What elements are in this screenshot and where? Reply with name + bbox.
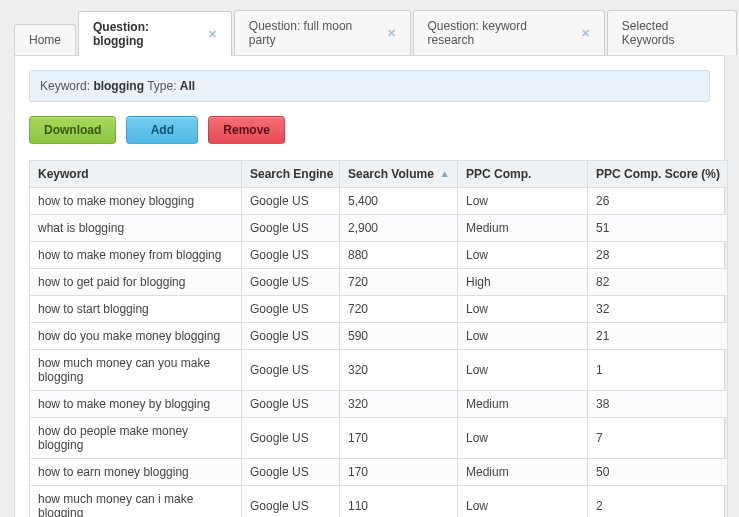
content-panel: Keyword: blogging Type: All Download Add… bbox=[14, 55, 725, 517]
cell-volume: 720 bbox=[340, 296, 458, 323]
table-row[interactable]: how do you make money bloggingGoogle US5… bbox=[30, 323, 728, 350]
cell-engine: Google US bbox=[242, 215, 340, 242]
cell-keyword: how to start blogging bbox=[30, 296, 242, 323]
col-score[interactable]: PPC Comp. Score (%) bbox=[588, 161, 728, 188]
cell-volume: 110 bbox=[340, 486, 458, 518]
cell-engine: Google US bbox=[242, 296, 340, 323]
tab-1[interactable]: Question: blogging✕ bbox=[78, 11, 232, 56]
tab-label: Question: full moon party bbox=[249, 19, 379, 47]
cell-keyword: how to get paid for blogging bbox=[30, 269, 242, 296]
tab-4[interactable]: Selected Keywords bbox=[607, 10, 737, 55]
tab-label: Question: blogging bbox=[93, 20, 200, 48]
action-toolbar: Download Add Remove bbox=[29, 102, 710, 160]
cell-volume: 2,900 bbox=[340, 215, 458, 242]
table-row[interactable]: how to make money by bloggingGoogle US32… bbox=[30, 391, 728, 418]
cell-keyword: how much money can i make blogging bbox=[30, 486, 242, 518]
table-header-row: Keyword Search Engine Search Volume ▲ PP… bbox=[30, 161, 728, 188]
cell-volume: 5,400 bbox=[340, 188, 458, 215]
cell-ppc: Low bbox=[458, 418, 588, 459]
close-icon[interactable]: ✕ bbox=[387, 28, 396, 39]
tab-bar: HomeQuestion: blogging✕Question: full mo… bbox=[0, 0, 739, 55]
cell-ppc: Medium bbox=[458, 215, 588, 242]
table-row[interactable]: how to make money bloggingGoogle US5,400… bbox=[30, 188, 728, 215]
table-row[interactable]: how to make money from bloggingGoogle US… bbox=[30, 242, 728, 269]
cell-keyword: how to make money blogging bbox=[30, 188, 242, 215]
table-row[interactable]: how much money can you make bloggingGoog… bbox=[30, 350, 728, 391]
add-button[interactable]: Add bbox=[126, 116, 198, 144]
cell-volume: 880 bbox=[340, 242, 458, 269]
cell-score: 26 bbox=[588, 188, 728, 215]
filter-info-bar: Keyword: blogging Type: All bbox=[29, 70, 710, 102]
col-volume[interactable]: Search Volume ▲ bbox=[340, 161, 458, 188]
col-engine[interactable]: Search Engine bbox=[242, 161, 340, 188]
cell-engine: Google US bbox=[242, 350, 340, 391]
cell-ppc: Low bbox=[458, 486, 588, 518]
cell-ppc: High bbox=[458, 269, 588, 296]
cell-keyword: how much money can you make blogging bbox=[30, 350, 242, 391]
col-keyword-label: Keyword bbox=[38, 167, 89, 181]
cell-engine: Google US bbox=[242, 242, 340, 269]
download-button[interactable]: Download bbox=[29, 116, 116, 144]
col-volume-label: Search Volume bbox=[348, 167, 434, 181]
tab-label: Selected Keywords bbox=[622, 19, 722, 47]
table-row[interactable]: how do people make money bloggingGoogle … bbox=[30, 418, 728, 459]
cell-volume: 170 bbox=[340, 418, 458, 459]
cell-score: 21 bbox=[588, 323, 728, 350]
cell-keyword: how do people make money blogging bbox=[30, 418, 242, 459]
col-keyword[interactable]: Keyword bbox=[30, 161, 242, 188]
cell-ppc: Low bbox=[458, 323, 588, 350]
cell-volume: 320 bbox=[340, 350, 458, 391]
cell-score: 7 bbox=[588, 418, 728, 459]
table-row[interactable]: how much money can i make bloggingGoogle… bbox=[30, 486, 728, 518]
cell-keyword: how do you make money blogging bbox=[30, 323, 242, 350]
type-label: Type: bbox=[147, 79, 176, 93]
cell-score: 1 bbox=[588, 350, 728, 391]
cell-ppc: Low bbox=[458, 242, 588, 269]
table-row[interactable]: how to earn money bloggingGoogle US170Me… bbox=[30, 459, 728, 486]
tab-0[interactable]: Home bbox=[14, 24, 76, 55]
sort-asc-icon: ▲ bbox=[440, 169, 450, 179]
cell-engine: Google US bbox=[242, 391, 340, 418]
cell-volume: 170 bbox=[340, 459, 458, 486]
cell-ppc: Low bbox=[458, 350, 588, 391]
cell-score: 32 bbox=[588, 296, 728, 323]
cell-engine: Google US bbox=[242, 269, 340, 296]
cell-score: 38 bbox=[588, 391, 728, 418]
table-row[interactable]: how to start bloggingGoogle US720Low32 bbox=[30, 296, 728, 323]
cell-engine: Google US bbox=[242, 459, 340, 486]
cell-engine: Google US bbox=[242, 188, 340, 215]
cell-keyword: how to earn money blogging bbox=[30, 459, 242, 486]
cell-score: 50 bbox=[588, 459, 728, 486]
col-ppc[interactable]: PPC Comp. bbox=[458, 161, 588, 188]
cell-ppc: Medium bbox=[458, 459, 588, 486]
tab-3[interactable]: Question: keyword research✕ bbox=[413, 10, 605, 55]
results-table: Keyword Search Engine Search Volume ▲ PP… bbox=[29, 160, 728, 517]
keyword-label: Keyword: bbox=[40, 79, 90, 93]
cell-ppc: Low bbox=[458, 296, 588, 323]
cell-score: 2 bbox=[588, 486, 728, 518]
col-ppc-label: PPC Comp. bbox=[466, 167, 531, 181]
tab-label: Home bbox=[29, 33, 61, 47]
tab-2[interactable]: Question: full moon party✕ bbox=[234, 10, 411, 55]
col-score-label: PPC Comp. Score (%) bbox=[596, 167, 720, 181]
keyword-value: blogging bbox=[93, 79, 144, 93]
table-row[interactable]: how to get paid for bloggingGoogle US720… bbox=[30, 269, 728, 296]
cell-keyword: how to make money from blogging bbox=[30, 242, 242, 269]
cell-engine: Google US bbox=[242, 418, 340, 459]
remove-button[interactable]: Remove bbox=[208, 116, 285, 144]
cell-score: 51 bbox=[588, 215, 728, 242]
cell-keyword: what is blogging bbox=[30, 215, 242, 242]
cell-ppc: Low bbox=[458, 188, 588, 215]
table-row[interactable]: what is bloggingGoogle US2,900Medium51 bbox=[30, 215, 728, 242]
type-value: All bbox=[180, 79, 195, 93]
cell-volume: 590 bbox=[340, 323, 458, 350]
cell-volume: 320 bbox=[340, 391, 458, 418]
cell-volume: 720 bbox=[340, 269, 458, 296]
cell-keyword: how to make money by blogging bbox=[30, 391, 242, 418]
close-icon[interactable]: ✕ bbox=[581, 28, 590, 39]
cell-engine: Google US bbox=[242, 323, 340, 350]
cell-score: 82 bbox=[588, 269, 728, 296]
col-engine-label: Search Engine bbox=[250, 167, 333, 181]
close-icon[interactable]: ✕ bbox=[208, 29, 217, 40]
cell-ppc: Medium bbox=[458, 391, 588, 418]
